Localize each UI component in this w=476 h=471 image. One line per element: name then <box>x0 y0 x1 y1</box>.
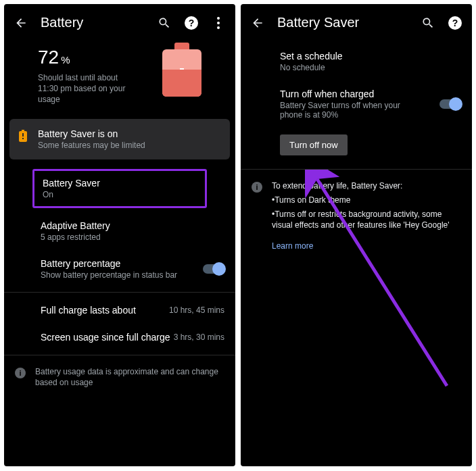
app-bar: Battery ? <box>4 4 235 37</box>
turn-off-when-charged-toggle[interactable] <box>439 99 461 109</box>
banner-title: Battery Saver is on <box>38 128 145 139</box>
app-bar: Battery Saver ? <box>241 4 472 37</box>
back-icon[interactable] <box>250 16 265 30</box>
battery-percentage-toggle[interactable] <box>203 264 224 274</box>
info-icon: i <box>15 368 26 378</box>
battery-alert-icon <box>19 130 27 144</box>
footer-info: i Battery usage data is approximate and … <box>4 360 235 396</box>
back-icon[interactable] <box>14 16 28 30</box>
battery-saver-info: i To extend battery life, Battery Saver:… <box>241 174 472 259</box>
battery-settings-screen: Battery ? 72% Should last until about 11… <box>4 4 235 466</box>
battery-saver-row[interactable]: Battery Saver On <box>32 169 207 208</box>
adaptive-battery-row[interactable]: Adaptive Battery 5 apps restricted <box>4 212 235 250</box>
page-title: Battery <box>41 15 145 30</box>
divider <box>241 169 472 170</box>
turn-off-when-charged-row[interactable]: Turn off when charged Battery Saver turn… <box>241 80 472 128</box>
help-icon[interactable]: ? <box>448 16 462 30</box>
turn-off-now-button[interactable]: Turn off now <box>280 134 348 155</box>
battery-illustration <box>162 43 201 97</box>
battery-percent: 72% <box>38 47 157 68</box>
set-schedule-row[interactable]: Set a schedule No schedule <box>241 37 472 80</box>
battery-estimate: Should last until about 11:30 pm based o… <box>38 72 139 105</box>
battery-saver-screen: Battery Saver ? Set a schedule No schedu… <box>241 4 472 466</box>
screen-usage-value: 3 hrs, 30 mins <box>174 332 224 342</box>
battery-percentage-row[interactable]: Battery percentage Show battery percenta… <box>4 250 235 288</box>
full-charge-row[interactable]: Full charge lasts about 10 hrs, 45 mins <box>4 297 235 324</box>
search-icon[interactable] <box>421 16 435 30</box>
page-title: Battery Saver <box>277 15 408 30</box>
learn-more-link[interactable]: Learn more <box>272 241 313 252</box>
screen-usage-row[interactable]: Screen usage since full charge 3 hrs, 30… <box>4 324 235 351</box>
info-icon: i <box>252 182 262 193</box>
battery-hero: 72% Should last until about 11:30 pm bas… <box>4 37 235 119</box>
banner-subtitle: Some features may be limited <box>38 141 145 150</box>
battery-saver-banner[interactable]: Battery Saver is on Some features may be… <box>9 119 230 159</box>
overflow-menu-icon[interactable] <box>211 16 226 30</box>
divider <box>4 292 235 293</box>
search-icon[interactable] <box>157 16 172 30</box>
divider <box>4 355 235 355</box>
full-charge-value: 10 hrs, 45 mins <box>169 305 224 315</box>
help-icon[interactable]: ? <box>184 16 199 30</box>
